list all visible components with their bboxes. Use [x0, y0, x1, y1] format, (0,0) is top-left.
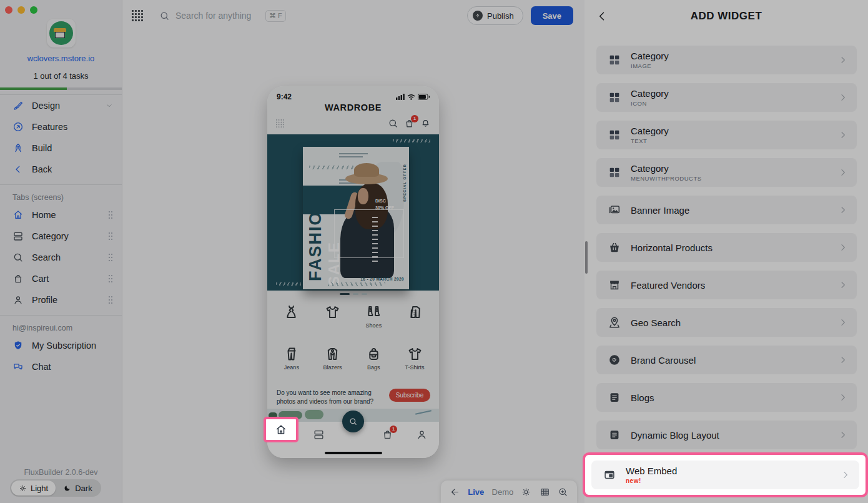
- nav-profile[interactable]: [405, 429, 439, 441]
- search-icon: [12, 252, 24, 263]
- shoes-icon: [365, 304, 382, 321]
- widget-item-brand-carousel[interactable]: Brand Carousel: [596, 346, 857, 374]
- live-mode-button[interactable]: Live: [468, 487, 484, 497]
- sidebar-tab-label: Search: [32, 252, 108, 262]
- sidebar-item-build[interactable]: Build: [0, 137, 122, 159]
- chevron-right-icon: [838, 92, 848, 102]
- map-pin-icon: [608, 316, 621, 329]
- sidebar-item-my-subscription[interactable]: My Subscription: [0, 335, 122, 356]
- widget-item-category-image[interactable]: CategoryIMAGE: [596, 46, 857, 74]
- zoom-window-button[interactable]: [30, 6, 37, 14]
- drag-handle-icon[interactable]: [108, 232, 113, 241]
- banner-sale-text: SALE: [325, 221, 343, 286]
- widget-item-featured-vendors[interactable]: Featured Vendors: [596, 271, 857, 299]
- sidebar-tab-label: Home: [32, 210, 108, 220]
- drag-handle-icon[interactable]: [108, 211, 113, 219]
- tshirt-icon: [324, 304, 341, 321]
- phone-header-row: 1: [267, 116, 439, 130]
- category-icon: [313, 429, 325, 441]
- chevron-right-icon: [838, 430, 848, 440]
- category-icon: [12, 231, 24, 242]
- category-bags[interactable]: Bags: [353, 346, 395, 371]
- search-icon[interactable]: [388, 118, 398, 129]
- category-blazers[interactable]: Blazers: [312, 346, 353, 371]
- nav-cart[interactable]: 1: [370, 429, 405, 441]
- backpack-icon: [365, 346, 382, 362]
- category-tshirts[interactable]: T-Shirts: [394, 346, 435, 371]
- sun-icon: [19, 484, 27, 492]
- upload-arrow-icon: [473, 11, 483, 21]
- sidebar-item-back[interactable]: Back: [0, 159, 122, 180]
- demo-mode-button[interactable]: Demo: [492, 487, 514, 497]
- widget-item-banner-image[interactable]: Banner Image: [596, 196, 857, 224]
- dark-theme-label: Dark: [75, 484, 92, 493]
- apps-grid-icon[interactable]: [132, 10, 143, 21]
- panel-scrollbar[interactable]: [585, 241, 588, 274]
- shopping-bag-icon: [12, 273, 24, 284]
- category-dresses[interactable]: [271, 304, 312, 329]
- site-link[interactable]: wclovers.mstore.io: [0, 54, 122, 63]
- subscribe-button[interactable]: Subscribe: [389, 389, 430, 402]
- dots-grid-icon[interactable]: [275, 119, 285, 128]
- chevron-right-icon: [841, 470, 851, 480]
- chevron-right-icon: [838, 205, 848, 215]
- drag-handle-icon[interactable]: [108, 274, 113, 283]
- light-theme-button[interactable]: Light: [11, 481, 56, 496]
- sidebar-item-features[interactable]: Features: [0, 116, 122, 137]
- widget-item-category-text[interactable]: CategoryTEXT: [596, 121, 857, 149]
- zoom-in-icon[interactable]: [558, 487, 568, 497]
- widget-list: CategoryIMAGE CategoryICON CategoryTEXT …: [584, 32, 868, 497]
- banner-carousel-dots[interactable]: [267, 293, 439, 295]
- chevron-right-icon: [838, 55, 848, 65]
- cart-bag-icon: 1: [382, 429, 393, 441]
- category-grid-icon: [608, 166, 621, 179]
- nav-home-highlight[interactable]: [264, 417, 298, 442]
- status-time: 9:42: [277, 92, 292, 101]
- save-button[interactable]: Save: [531, 6, 573, 25]
- widget-item-blogs[interactable]: Blogs: [596, 383, 857, 412]
- category-shoes[interactable]: Shoes: [353, 304, 395, 329]
- sidebar-tab-home[interactable]: Home: [0, 204, 122, 226]
- brightness-icon[interactable]: [521, 487, 531, 497]
- widget-item-category-menuwithproducts[interactable]: CategoryMENUWITHPRODUCTS: [596, 158, 857, 187]
- cart-bag-icon[interactable]: 1: [404, 118, 415, 129]
- grid-view-icon[interactable]: [540, 487, 550, 497]
- drag-handle-icon[interactable]: [108, 296, 113, 304]
- minimize-window-button[interactable]: [17, 6, 25, 14]
- phone-screen: 9:42 WARDROBE 1: [267, 86, 439, 458]
- widget-item-horizontal-products[interactable]: Horizontal Products: [596, 233, 857, 262]
- nav-search-fab[interactable]: [342, 411, 364, 432]
- sidebar-tab-category[interactable]: Category: [0, 226, 122, 247]
- panel-header: ADD WIDGET: [584, 0, 868, 32]
- sidebar-item-design[interactable]: Design: [0, 95, 122, 116]
- publish-button[interactable]: Publish: [467, 6, 523, 25]
- search-input[interactable]: [175, 11, 264, 21]
- widget-item-geo-search[interactable]: Geo Search: [596, 308, 857, 337]
- drag-handle-icon[interactable]: [108, 253, 113, 262]
- category-coats[interactable]: [394, 304, 435, 329]
- category-jeans[interactable]: Jeans: [271, 346, 312, 371]
- back-chevron-icon[interactable]: [596, 10, 608, 22]
- category-icons-section: Shoes Jeans Blazers: [267, 304, 439, 371]
- cart-badge: 1: [390, 426, 397, 433]
- status-icons: [396, 94, 430, 100]
- widget-item-web-embed[interactable]: Web Embednew!: [591, 461, 859, 489]
- nav-category[interactable]: [302, 429, 336, 441]
- sidebar-tab-search[interactable]: Search: [0, 247, 122, 268]
- category-shirts[interactable]: [312, 304, 353, 329]
- dark-theme-button[interactable]: Dark: [56, 481, 99, 496]
- sidebar-tab-label: Category: [32, 231, 108, 241]
- jeans-icon: [283, 346, 300, 362]
- sidebar-item-chat[interactable]: Chat: [0, 356, 122, 377]
- sidebar-tab-profile[interactable]: Profile: [0, 289, 122, 311]
- bell-icon[interactable]: [420, 118, 431, 129]
- blog-list-icon: [608, 428, 621, 442]
- sidebar-tab-cart[interactable]: Cart: [0, 268, 122, 289]
- widget-item-dynamic-blog-layout[interactable]: Dynamic Blog Layout: [596, 421, 857, 449]
- widget-item-category-icon[interactable]: CategoryICON: [596, 83, 857, 112]
- wifi-icon: [407, 94, 415, 100]
- close-window-button[interactable]: [5, 6, 12, 14]
- back-arrow-icon[interactable]: [450, 487, 460, 497]
- fashion-sale-banner[interactable]: FASHION SALE SPECIAL OFFER DISC30% OFF 1…: [267, 134, 439, 291]
- sidebar-item-label: Features: [32, 122, 113, 132]
